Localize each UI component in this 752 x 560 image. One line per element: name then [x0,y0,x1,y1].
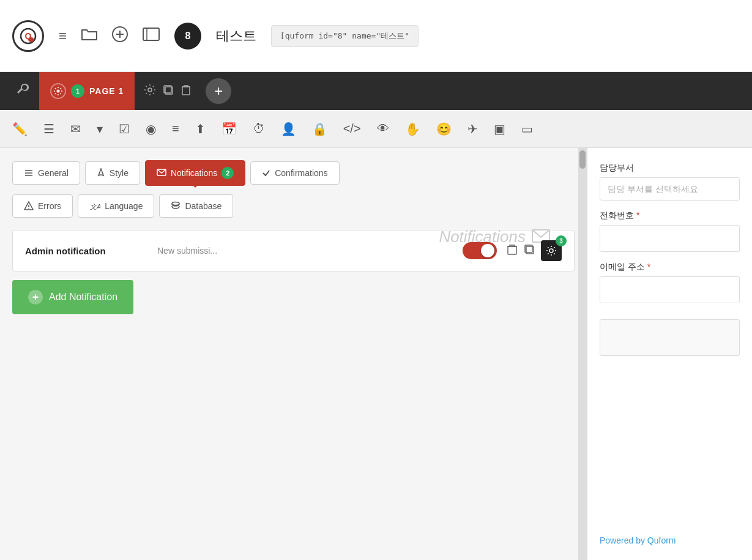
delete-icon[interactable] [507,243,518,259]
svg-point-9 [148,88,152,92]
email-input[interactable] [600,276,740,303]
top-bar: Q ≡ 8 테스트 [quform id="8" name="테스트" [0,0,752,72]
page-delete-icon[interactable] [181,84,191,98]
lock-icon[interactable]: 🔒 [310,119,330,139]
svg-text:文A: 文A [90,203,100,210]
shortcode-box[interactable]: [quform id="8" name="테스트" [271,25,419,47]
upload-icon[interactable]: ⬆ [193,119,208,139]
right-panel: 담당부서 담당 부서를 선택하세요 전화번호 이메일 주소 Powered by… [587,148,752,560]
phone-label: 전화번호 [600,210,740,221]
svg-point-25 [549,249,553,252]
svg-point-18 [28,208,29,209]
list-icon[interactable]: ≡ [169,119,182,138]
wrench-icon[interactable] [6,83,39,100]
paragraph-icon[interactable]: ☰ [41,119,57,139]
logo[interactable]: Q [12,20,44,52]
form-number-badge: 8 [174,23,201,50]
svg-rect-22 [508,246,516,254]
scroll-thumb [579,150,586,169]
grid-icon[interactable]: ▣ [491,119,508,139]
left-panel: General Style Notifications 2 Confirmati… [0,148,587,560]
user-icon[interactable]: 👤 [278,119,299,139]
face-icon[interactable]: 😊 [434,119,454,139]
notification-card: Admin notification New submissi... 3 [12,230,575,271]
email-field-section: 이메일 주소 [600,262,740,303]
add-page-button[interactable]: + [206,78,231,104]
page-tab-bar: 1 PAGE 1 + [0,72,752,110]
menu-icon[interactable]: ≡ [59,28,67,44]
department-select[interactable]: 담당 부서를 선택하세요 [600,177,740,201]
folder-icon[interactable] [81,28,97,45]
tab-database[interactable]: Database [159,194,233,218]
email-icon[interactable]: ✉ [68,119,83,139]
add-notification-button[interactable]: + Add Notification [12,280,133,314]
notification-subject: New submissi... [157,246,453,256]
email-label: 이메일 주소 [600,262,740,273]
form-title: 테스트 [216,27,256,45]
page-1-tab[interactable]: 1 PAGE 1 [39,72,135,110]
notification-toggle[interactable] [463,242,497,259]
preview-icon[interactable] [143,28,160,45]
code-icon[interactable]: </> [341,119,363,138]
checkbox-icon[interactable]: ☑ [116,119,132,139]
svg-point-2 [29,37,34,42]
department-label: 담당부서 [600,163,740,174]
extra-field [600,319,740,356]
add-notification-plus-icon: + [28,290,43,304]
scroll-bar[interactable] [578,148,587,560]
radio-icon[interactable]: ◉ [143,119,158,139]
main-area: General Style Notifications 2 Confirmati… [0,148,752,560]
notification-settings-wrap: 3 [541,240,562,261]
department-field: 담당부서 담당 부서를 선택하세요 [600,163,740,201]
extra-input[interactable] [600,319,740,356]
tabs-row-1: General Style Notifications 2 Confirmati… [0,148,587,192]
panel-icon[interactable]: ▭ [519,119,535,139]
notifications-badge: 2 [222,167,234,179]
phone-field: 전화번호 [600,210,740,252]
tabs-row-2: Errors 文A Language Database [0,192,587,224]
phone-input[interactable] [600,225,740,252]
dropdown-icon[interactable]: ▾ [94,119,105,139]
powered-by[interactable]: Powered by Quform [600,536,740,545]
send-icon[interactable]: ✈ [465,119,480,139]
page-tab-gear-icon [50,83,66,99]
clock-icon[interactable]: ⏱ [250,119,267,138]
tab-style[interactable]: Style [85,161,140,185]
toolbar: ✏️ ☰ ✉ ▾ ☑ ◉ ≡ ⬆ 📅 ⏱ 👤 🔒 </> 👁 ✋ 😊 ✈ ▣ ▭ [0,110,752,148]
hand-icon[interactable]: ✋ [403,119,423,139]
tab-confirmations[interactable]: Confirmations [250,161,339,185]
svg-point-8 [57,90,60,93]
tab-general[interactable]: General [12,161,80,185]
page-copy-icon[interactable] [163,84,174,98]
page-label: PAGE 1 [89,86,124,96]
add-form-icon[interactable] [112,26,128,46]
page-num-badge: 1 [71,84,84,98]
svg-rect-6 [143,28,159,40]
notification-name: Admin notification [25,246,147,256]
tab-notifications[interactable]: Notifications 2 [145,160,245,186]
svg-point-20 [172,202,179,205]
eye-icon[interactable]: 👁 [374,119,392,138]
page-tab-actions [135,84,201,98]
notification-actions: 3 [507,240,562,261]
copy-icon[interactable] [524,244,535,258]
svg-rect-12 [182,87,190,95]
page-settings-icon[interactable] [144,84,155,98]
tab-errors[interactable]: Errors [12,194,73,218]
gear-badge: 3 [556,235,567,246]
pencil-icon[interactable]: ✏️ [10,119,30,139]
calendar-icon[interactable]: 📅 [219,119,239,139]
tab-language[interactable]: 文A Language [78,194,154,218]
